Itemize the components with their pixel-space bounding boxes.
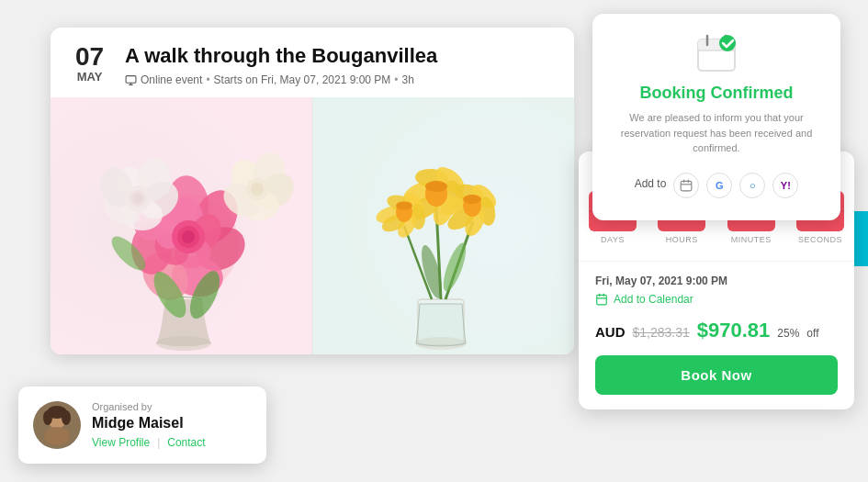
book-now-button[interactable]: Book Now — [595, 355, 838, 395]
countdown-days-label: DAYS — [589, 235, 637, 244]
organizer-info: Organised by Midge Maisel View Profile |… — [92, 401, 252, 449]
event-card: 07 MAY A walk through the Bouganvillea O… — [51, 28, 574, 354]
monitor-icon — [125, 74, 137, 86]
avatar — [33, 401, 81, 449]
confirmed-title: Booking Confirmed — [609, 84, 824, 103]
event-datetime: Fri, May 07, 2021 9:00 PM — [595, 275, 838, 287]
svg-point-76 — [44, 427, 70, 445]
booking-confirmed-card: Booking Confirmed We are pleased to info… — [592, 14, 840, 220]
add-calendar-text: Add to Calendar — [614, 293, 693, 306]
dot-separator-2: • — [394, 73, 398, 86]
discount-percent: 25% — [777, 327, 799, 340]
price-original: $1,283.31 — [633, 325, 690, 340]
event-date-box: 07 MAY — [69, 44, 110, 84]
event-image — [51, 97, 574, 354]
add-to-row: Add to G ○ Y! — [609, 169, 824, 198]
event-meta: Online event • Starts on Fri, May 07, 20… — [125, 73, 556, 86]
view-profile-link[interactable]: View Profile — [92, 436, 150, 449]
svg-point-52 — [425, 181, 447, 192]
google-calendar-btn[interactable]: G — [706, 173, 732, 198]
calendar-confirmed-icon — [694, 32, 738, 76]
confirmed-description: We are pleased to inform you that your r… — [609, 110, 824, 156]
svg-point-61 — [463, 195, 481, 204]
countdown-seconds-label: SECONDS — [796, 235, 844, 244]
event-type: Online event — [141, 73, 202, 86]
calendar-icons-row: G ○ Y! — [673, 173, 798, 198]
event-date-day: 07 — [69, 44, 110, 70]
organizer-links: View Profile | Contact — [92, 436, 252, 449]
svg-rect-0 — [126, 75, 136, 83]
add-to-label-text: Add to — [635, 177, 667, 190]
event-duration: 3h — [402, 73, 414, 86]
svg-point-30 — [133, 194, 142, 203]
svg-rect-90 — [597, 295, 607, 305]
outlook-calendar-btn[interactable]: ○ — [739, 173, 765, 198]
svg-point-79 — [62, 410, 71, 425]
countdown-hours-label: HOURS — [658, 235, 705, 244]
svg-point-70 — [396, 202, 412, 210]
event-date-month: MAY — [69, 70, 110, 84]
price-row: AUD $1,283.31 $970.81 25% off — [595, 319, 838, 342]
svg-point-37 — [251, 183, 264, 196]
svg-rect-86 — [682, 181, 693, 191]
organizer-card: Organised by Midge Maisel View Profile |… — [18, 387, 266, 464]
event-starts: Starts on Fri, May 07, 2021 9:00 PM — [214, 73, 391, 86]
event-title-area: A walk through the Bouganvillea Online e… — [125, 44, 556, 86]
countdown-minutes-label: MINUTES — [727, 235, 775, 244]
organizer-name: Midge Maisel — [92, 415, 252, 432]
link-divider: | — [157, 436, 160, 449]
apple-calendar-btn[interactable] — [673, 173, 699, 198]
panel-body: Fri, May 07, 2021 9:00 PM Add to Calenda… — [579, 262, 854, 409]
svg-point-78 — [43, 410, 52, 425]
calendar-icon — [595, 293, 608, 306]
add-to-calendar-link[interactable]: Add to Calendar — [595, 293, 838, 306]
svg-point-21 — [182, 230, 195, 243]
yahoo-calendar-btn[interactable]: Y! — [772, 173, 798, 198]
svg-point-85 — [719, 35, 736, 51]
contact-link[interactable]: Contact — [167, 436, 205, 449]
price-discounted: $970.81 — [697, 319, 771, 342]
event-title: A walk through the Bouganvillea — [125, 44, 556, 68]
off-label: off — [806, 327, 818, 340]
organizer-by-label: Organised by — [92, 401, 252, 412]
event-header: 07 MAY A walk through the Bouganvillea O… — [51, 28, 574, 97]
dot-separator-1: • — [206, 73, 209, 86]
price-currency: AUD — [595, 324, 626, 340]
